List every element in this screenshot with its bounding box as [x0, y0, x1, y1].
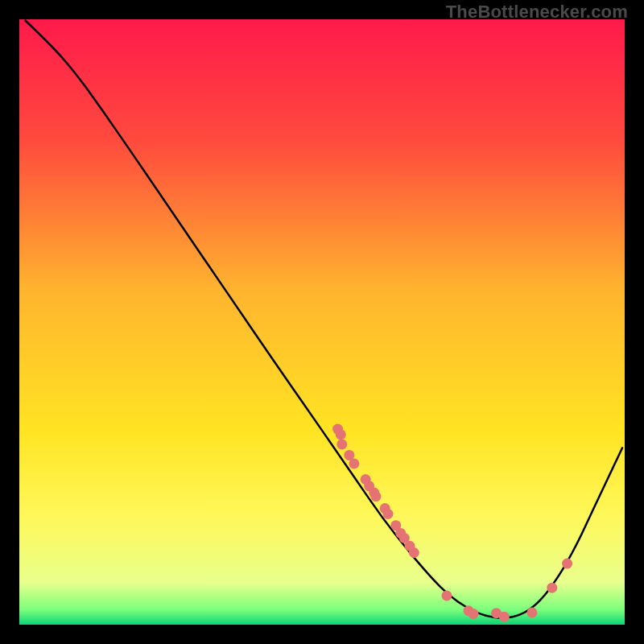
data-point: [526, 607, 537, 617]
chart-container: TheBottlenecker.com: [0, 0, 644, 644]
chart-background: [19, 19, 625, 625]
data-point: [382, 509, 393, 519]
data-point: [349, 458, 359, 469]
data-point: [441, 590, 452, 601]
data-point: [409, 547, 419, 558]
data-point: [336, 439, 347, 449]
plot-area: [19, 19, 625, 625]
data-point: [336, 429, 346, 440]
data-point: [469, 609, 479, 619]
chart-svg: [19, 19, 625, 625]
watermark-text: TheBottlenecker.com: [446, 2, 628, 23]
data-point: [370, 491, 381, 502]
data-point: [562, 559, 572, 569]
data-point: [499, 612, 510, 622]
data-point: [547, 583, 557, 593]
